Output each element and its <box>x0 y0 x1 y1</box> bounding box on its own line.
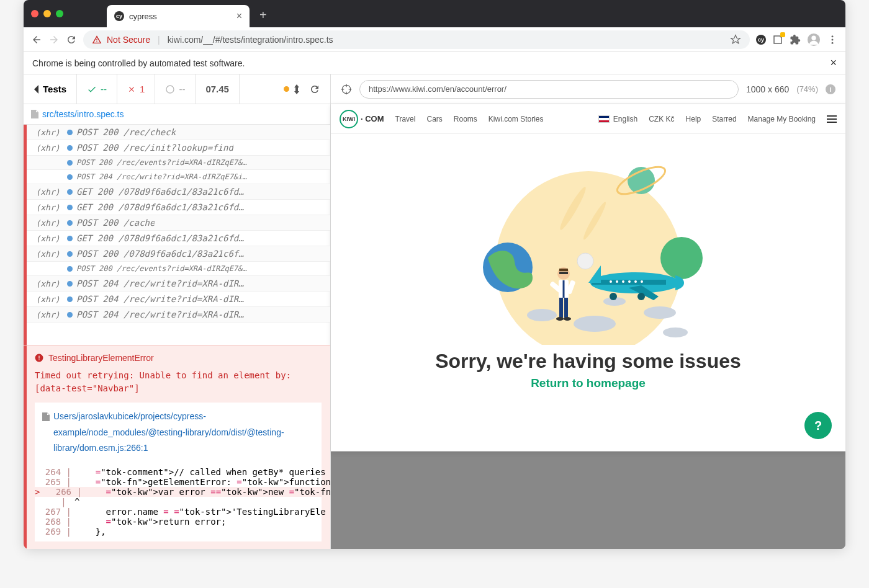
error-illustration <box>471 140 706 345</box>
notifications-icon[interactable] <box>772 34 783 45</box>
not-secure-icon <box>92 35 102 45</box>
hamburger-icon[interactable] <box>827 115 837 123</box>
browser-toolbar: Not Secure | kiwi.com/__/#/tests/integra… <box>24 27 845 52</box>
new-tab-button[interactable]: + <box>259 8 267 22</box>
svg-point-27 <box>622 280 624 283</box>
error-message: Timed out retrying: Unable to find an el… <box>35 369 322 395</box>
address-bar[interactable]: Not Secure | kiwi.com/__/#/tests/integra… <box>83 30 750 49</box>
automation-info-bar: Chrome is being controlled by automated … <box>24 52 845 74</box>
aut-iframe[interactable]: KIWI · COM Travel Cars Rooms Kiwi.com St… <box>331 104 845 452</box>
aut-url-bar[interactable]: https://www.kiwi.com/en/account/error/ <box>359 80 739 99</box>
svg-point-18 <box>527 309 557 321</box>
kebab-menu-icon[interactable] <box>827 34 838 45</box>
tab-favicon-icon: cy <box>114 11 124 21</box>
log-row[interactable]: POST 204 /rec/write?rid=XRA-dIRZqE7&i… <box>24 170 330 184</box>
svg-point-4 <box>832 42 834 43</box>
back-icon[interactable] <box>31 34 42 45</box>
error-page-title: Sorry, we're having some issues <box>435 350 741 373</box>
return-homepage-link[interactable]: Return to homepage <box>531 376 646 390</box>
log-row[interactable]: POST 200 /rec/events?rid=XRA-dIRZqE7&… <box>24 262 330 276</box>
back-to-tests[interactable]: Tests <box>24 74 77 104</box>
recording-indicator-icon <box>284 86 289 92</box>
selector-playground-icon[interactable] <box>341 84 352 95</box>
passed-count: -- <box>77 74 117 104</box>
svg-point-26 <box>616 280 618 283</box>
log-row[interactable]: (xhr)GET 200 /078d9f6a6dc1/83a21c6fd… <box>24 200 330 215</box>
error-icon <box>35 354 43 362</box>
browser-titlebar: cy cypress × + <box>24 0 845 27</box>
svg-rect-34 <box>559 269 568 271</box>
svg-point-16 <box>577 253 593 269</box>
file-icon <box>42 412 50 421</box>
log-row[interactable]: (xhr)POST 200 /rec/check <box>24 125 330 140</box>
nav-item[interactable]: Rooms <box>454 115 477 123</box>
svg-point-1 <box>811 35 816 40</box>
log-row[interactable]: (xhr)POST 200 /cache <box>24 215 330 231</box>
error-block: TestingLibraryElementError Timed out ret… <box>24 345 330 549</box>
log-row[interactable]: (xhr)POST 200 /078d9f6a6dc1/83a21c6f… <box>24 246 330 262</box>
nav-help[interactable]: Help <box>686 115 701 123</box>
svg-point-25 <box>610 280 612 283</box>
preview-pane: https://www.kiwi.com/en/account/error/ 1… <box>331 74 845 549</box>
profile-icon[interactable] <box>807 33 821 47</box>
svg-point-30 <box>641 280 643 283</box>
log-row[interactable]: (xhr)POST 204 /rec/write?rid=XRA-dIR… <box>24 292 330 307</box>
stat-bar: Tests -- 1 -- 07.45 <box>24 74 330 104</box>
viewport-scale: (74%) <box>796 84 818 94</box>
nav-item[interactable]: Travel <box>395 115 416 123</box>
star-icon[interactable] <box>730 34 741 45</box>
reload-icon[interactable] <box>66 34 77 45</box>
info-icon[interactable]: i <box>826 84 835 94</box>
log-row[interactable]: (xhr)GET 200 /078d9f6a6dc1/83a21c6fd… <box>24 231 330 246</box>
restart-icon[interactable] <box>309 84 320 95</box>
svg-point-28 <box>628 280 631 283</box>
svg-rect-39 <box>559 298 563 318</box>
failed-count: 1 <box>117 74 155 104</box>
extensions-icon[interactable] <box>790 34 801 45</box>
language-switcher[interactable]: English <box>598 115 637 123</box>
command-log[interactable]: (xhr)POST 200 /rec/check(xhr)POST 200 /r… <box>24 125 330 345</box>
svg-point-21 <box>644 306 676 319</box>
test-runner-panel: Tests -- 1 -- 07.45 <box>24 74 331 549</box>
svg-point-22 <box>663 327 688 337</box>
tab-close-icon[interactable]: × <box>236 11 242 22</box>
nav-starred[interactable]: Starred <box>712 115 736 123</box>
svg-point-32 <box>637 293 645 300</box>
cypress-ext-icon[interactable]: cy <box>756 35 766 45</box>
window-close-icon[interactable] <box>31 10 38 17</box>
svg-point-31 <box>610 293 617 300</box>
nav-manage-booking[interactable]: Manage My Booking <box>748 115 816 123</box>
svg-point-15 <box>660 237 703 279</box>
svg-rect-7 <box>38 356 39 359</box>
duration: 07.45 <box>196 74 240 104</box>
svg-rect-35 <box>559 272 568 274</box>
flag-uk-icon <box>598 115 610 123</box>
window-minimize-icon[interactable] <box>43 10 51 17</box>
window-maximize-icon[interactable] <box>56 10 63 17</box>
browser-tab[interactable]: cy cypress × <box>107 5 250 27</box>
url-text: kiwi.com/__/#/tests/integration/intro.sp… <box>168 35 333 45</box>
error-file-trace[interactable]: Users/jaroslavkubicek/projects/cypress-e… <box>35 403 322 462</box>
nav-item[interactable]: Kiwi.com Stories <box>489 115 544 123</box>
nav-item[interactable]: Cars <box>426 115 442 123</box>
svg-point-41 <box>556 317 564 321</box>
preview-header: https://www.kiwi.com/en/account/error/ 1… <box>331 74 845 104</box>
log-row[interactable]: (xhr)POST 204 /rec/write?rid=XRA-dIR… <box>24 307 330 323</box>
svg-point-29 <box>634 280 637 283</box>
log-row[interactable]: POST 200 /rec/events?rid=XRA-dIRZqE7&… <box>24 156 330 170</box>
spec-file-header[interactable]: src/tests/intro.spec.ts <box>24 104 330 125</box>
pending-count: -- <box>155 74 196 104</box>
svg-point-2 <box>832 35 834 37</box>
log-row[interactable]: (xhr)POST 204 /rec/write?rid=XRA-dIR… <box>24 276 330 292</box>
currency-switcher[interactable]: CZK Kč <box>649 115 674 123</box>
svg-point-19 <box>574 316 616 332</box>
close-info-icon[interactable]: × <box>830 56 837 69</box>
log-row[interactable]: (xhr)POST 200 /rec/init?lookup=find <box>24 140 330 156</box>
svg-point-5 <box>166 86 174 93</box>
resize-icon[interactable] <box>293 84 300 94</box>
help-fab-button[interactable]: ? <box>804 412 832 439</box>
error-name: TestingLibraryElementError <box>48 353 154 363</box>
site-nav: KIWI · COM Travel Cars Rooms Kiwi.com St… <box>331 104 845 134</box>
log-row[interactable]: (xhr)GET 200 /078d9f6a6dc1/83a21c6fd… <box>24 184 330 200</box>
site-logo[interactable]: KIWI · COM <box>340 110 384 128</box>
